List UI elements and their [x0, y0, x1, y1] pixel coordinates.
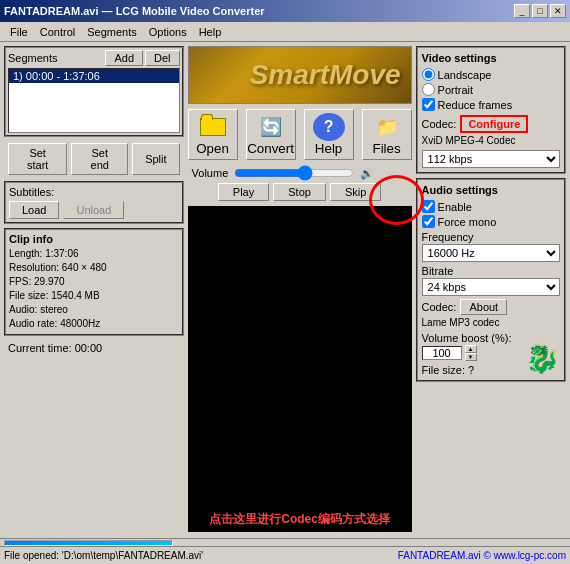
split-button[interactable]: Split	[132, 143, 179, 175]
status-left-text: File opened: 'D:\om\temp\FANTADREAM.avi'	[4, 550, 394, 561]
portrait-radio[interactable]	[422, 83, 435, 96]
volume-row: Volume 🔊	[188, 165, 412, 181]
video-settings-title: Video settings	[422, 52, 560, 64]
spin-up-button[interactable]: ▲	[465, 345, 477, 353]
audio-codec-label: Codec:	[422, 301, 457, 313]
configure-button[interactable]: Configure	[460, 115, 528, 133]
reduce-frames-checkbox[interactable]	[422, 98, 435, 111]
video-bitrate-select[interactable]: 112 kbps	[422, 150, 560, 168]
audio-codec-name: Lame MP3 codec	[422, 317, 560, 328]
landscape-radio[interactable]	[422, 68, 435, 81]
playback-buttons: Play Stop Skip	[188, 183, 412, 201]
convert-button[interactable]: 🔄 Convert	[246, 109, 296, 160]
title-bar: FANTADREAM.avi — LCG Mobile Video Conver…	[0, 0, 570, 22]
subtitles-box: Subtitles: Load Unload	[4, 181, 184, 224]
bitrate-label: Bitrate	[422, 265, 560, 277]
landscape-row: Landscape	[422, 68, 560, 81]
main-content: Segments Add Del 1) 00:00 - 1:37:06 Set …	[0, 42, 570, 564]
current-time: Current time: 00:00	[4, 340, 184, 356]
spin-down-button[interactable]: ▼	[465, 353, 477, 361]
segments-box: Segments Add Del 1) 00:00 - 1:37:06	[4, 46, 184, 137]
banner-text: SmartMove	[250, 59, 401, 91]
about-button[interactable]: About	[460, 299, 507, 315]
volume-icon: 🔊	[360, 167, 374, 180]
minimize-button[interactable]: _	[514, 4, 530, 18]
control-buttons: Set start Set end Split	[4, 141, 184, 177]
play-button[interactable]: Play	[218, 183, 269, 201]
audio-settings-box: Audio settings Enable Force mono Frequen…	[416, 178, 566, 382]
enable-audio-row: Enable	[422, 200, 560, 213]
volume-boost-spinner: ▲ ▼	[465, 345, 477, 361]
enable-audio-label: Enable	[438, 201, 472, 213]
top-area: Segments Add Del 1) 00:00 - 1:37:06 Set …	[0, 42, 570, 538]
close-button[interactable]: ✕	[550, 4, 566, 18]
reduce-frames-row: Reduce frames	[422, 98, 560, 111]
force-mono-label: Force mono	[438, 216, 497, 228]
audio-bitrate-select[interactable]: 24 kbps 16 kbps 32 kbps 48 kbps	[422, 278, 560, 296]
video-settings-box: Video settings Landscape Portrait Reduce…	[416, 46, 566, 174]
skip-button[interactable]: Skip	[330, 183, 381, 201]
menu-bar: File Control Segments Options Help	[0, 22, 570, 42]
help-icon: ?	[313, 113, 345, 141]
menu-options[interactable]: Options	[143, 24, 193, 40]
set-end-button[interactable]: Set end	[71, 143, 128, 175]
dragon-icon: 🐉	[524, 340, 560, 376]
help-label: Help	[315, 141, 342, 156]
files-icon: 📁	[371, 113, 403, 141]
menu-control[interactable]: Control	[34, 24, 81, 40]
reduce-frames-label: Reduce frames	[438, 99, 513, 111]
status-right-text: FANTADREAM.avi © www.lcg-pc.com	[398, 550, 566, 561]
window-title: FANTADREAM.avi — LCG Mobile Video Conver…	[4, 5, 265, 17]
codec-label: Codec:	[422, 118, 457, 130]
del-segment-button[interactable]: Del	[145, 50, 180, 66]
right-panel: Video settings Landscape Portrait Reduce…	[416, 46, 566, 534]
folder-shape	[200, 118, 226, 136]
audio-settings-title: Audio settings	[422, 184, 560, 196]
enable-audio-checkbox[interactable]	[422, 200, 435, 213]
subtitles-buttons: Load Unload	[9, 201, 179, 219]
segment-item[interactable]: 1) 00:00 - 1:37:06	[9, 69, 179, 83]
force-mono-checkbox[interactable]	[422, 215, 435, 228]
center-panel: SmartMove Open 🔄 Convert ? Help	[188, 46, 412, 534]
clip-fps: FPS: 29.970	[9, 275, 179, 289]
clip-length: Length: 1:37:06	[9, 247, 179, 261]
maximize-button[interactable]: □	[532, 4, 548, 18]
smartmove-banner: SmartMove	[188, 46, 412, 104]
help-button[interactable]: ? Help	[304, 109, 354, 160]
segments-header: Segments Add Del	[8, 50, 180, 66]
files-label: Files	[372, 141, 400, 156]
clip-info-title: Clip info	[9, 233, 179, 245]
menu-help[interactable]: Help	[193, 24, 228, 40]
window-controls[interactable]: _ □ ✕	[514, 4, 566, 18]
landscape-label: Landscape	[438, 69, 492, 81]
load-subtitle-button[interactable]: Load	[9, 201, 59, 219]
volume-slider[interactable]	[234, 165, 354, 181]
codec-name: XviD MPEG-4 Codec	[422, 135, 560, 146]
clip-info-box: Clip info Length: 1:37:06 Resolution: 64…	[4, 228, 184, 336]
left-panel: Segments Add Del 1) 00:00 - 1:37:06 Set …	[4, 46, 184, 534]
clip-audio: Audio: stereo	[9, 303, 179, 317]
subtitles-label: Subtitles:	[9, 186, 179, 198]
menu-file[interactable]: File	[4, 24, 34, 40]
segments-list[interactable]: 1) 00:00 - 1:37:06	[8, 68, 180, 133]
menu-segments[interactable]: Segments	[81, 24, 143, 40]
open-label: Open	[196, 141, 229, 156]
open-button[interactable]: Open	[188, 109, 238, 160]
frequency-select[interactable]: 16000 Hz 8000 Hz 22050 Hz 44100 Hz	[422, 244, 560, 262]
set-start-button[interactable]: Set start	[8, 143, 67, 175]
playback-area: Volume 🔊 Play Stop Skip	[188, 165, 412, 201]
portrait-label: Portrait	[438, 84, 473, 96]
force-mono-row: Force mono	[422, 215, 560, 228]
volume-label: Volume	[192, 167, 229, 179]
files-button[interactable]: 📁 Files	[362, 109, 412, 160]
volume-boost-input[interactable]: 100	[422, 346, 462, 360]
volume-boost-label: Volume boost (%):	[422, 332, 512, 344]
convert-icon: 🔄	[255, 113, 287, 141]
stop-button[interactable]: Stop	[273, 183, 326, 201]
add-segment-button[interactable]: Add	[105, 50, 143, 66]
unload-subtitle-button[interactable]: Unload	[63, 201, 124, 219]
clip-file-size: File size: 1540.4 MB	[9, 289, 179, 303]
portrait-row: Portrait	[422, 83, 560, 96]
folder-icon	[197, 113, 229, 141]
toolbar: Open 🔄 Convert ? Help 📁 Files	[188, 107, 412, 162]
